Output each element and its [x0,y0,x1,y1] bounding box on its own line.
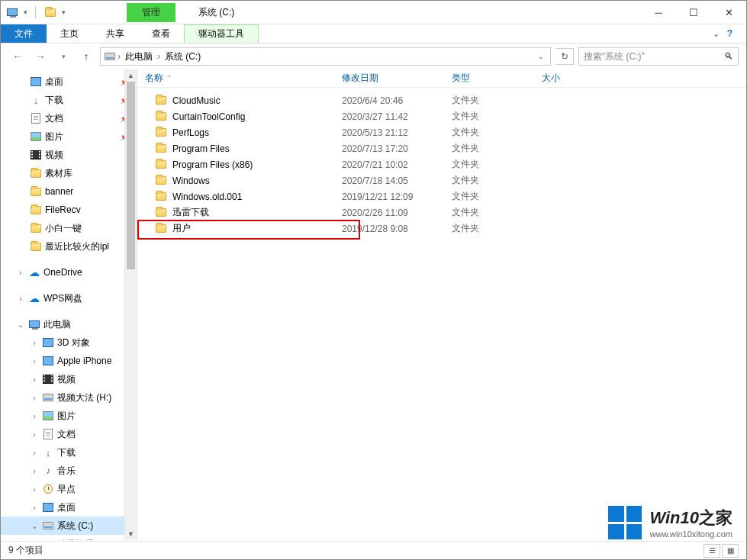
file-row[interactable]: Windows 2020/7/18 14:05 文件夹 [137,172,746,188]
expand-icon[interactable]: › [16,294,25,303]
sidebar-pc-child[interactable]: ⌄ 系统 (C:) [1,517,137,535]
icons-view-button[interactable]: ▦ [722,544,739,558]
file-date: 2020/7/13 17:20 [342,143,452,154]
search-icon[interactable]: 🔍︎ [724,51,733,62]
file-row[interactable]: CloudMusic 2020/6/4 20:46 文件夹 [137,92,746,108]
scroll-thumb[interactable] [127,82,135,269]
expand-icon[interactable]: › [30,393,39,402]
breadcrumb-location[interactable]: 系统 (C:) [162,50,204,63]
sidebar-item-label: 下载 [45,94,63,107]
sidebar-wps[interactable]: › ☁ WPS网盘 [1,289,137,307]
scroll-down-icon[interactable]: ▼ [125,528,137,540]
column-size[interactable]: 大小 [542,72,603,85]
breadcrumb-this-pc[interactable]: 此电脑 [122,50,156,63]
file-row[interactable]: Program Files (x86) 2020/7/21 10:02 文件夹 [137,156,746,172]
expand-icon[interactable]: › [30,539,39,540]
file-name: Windows.old.001 [172,191,242,202]
disk-icon-icon [42,520,54,532]
sidebar-scrollbar[interactable]: ▲ ▼ [124,69,137,540]
tab-share[interactable]: 共享 [92,24,138,43]
sidebar-pc-child[interactable]: › 图片 [1,407,137,425]
breadcrumb-sep-icon[interactable]: › [116,51,122,62]
help-icon[interactable]: ? [727,28,733,39]
sidebar-quick-item[interactable]: 图片 📌 [1,127,137,146]
column-name[interactable]: 名称 ˄ [145,72,342,85]
scroll-up-icon[interactable]: ▲ [125,69,137,82]
sidebar-pc-child[interactable]: › ♪ 音乐 [1,462,137,480]
expand-icon[interactable]: ⌄ [30,521,39,530]
sidebar-quick-item[interactable]: 桌面 📌 [1,72,137,91]
file-row[interactable]: CurtainToolConfig 2020/3/27 11:42 文件夹 [137,108,746,124]
expand-icon[interactable]: › [30,411,39,420]
tab-drive-tools[interactable]: 驱动器工具 [184,24,259,43]
address-dropdown-icon[interactable]: ⌄ [535,53,547,60]
sidebar-quick-item[interactable]: 小白一键 [1,219,137,237]
file-date: 2020/6/4 20:46 [342,95,452,106]
sidebar-pc-child[interactable]: › 文档 [1,425,137,443]
sidebar-pc-child[interactable]: › ↓ 下载 [1,443,137,462]
column-date[interactable]: 修改日期 [342,72,452,85]
sidebar-quick-item[interactable]: 最近比较火的ipl [1,237,137,256]
file-tab[interactable]: 文件 [1,24,47,43]
expand-icon[interactable]: › [30,356,39,365]
refresh-button[interactable]: ↻ [555,48,574,65]
sidebar-quick-item[interactable]: ↓ 下载 📌 [1,91,137,109]
back-button[interactable]: ← [8,47,27,66]
column-type[interactable]: 类型 [452,72,542,85]
file-row[interactable]: 迅雷下载 2020/2/26 11:09 文件夹 [137,204,746,220]
sidebar-quick-item[interactable]: 素材库 [1,164,137,182]
sidebar-item-label: Apple iPhone [57,356,111,366]
sidebar-quick-item[interactable]: banner [1,182,137,201]
file-name: 用户 [172,222,191,235]
sidebar-pc-child[interactable]: › Apple iPhone [1,352,137,370]
sidebar-pc-child[interactable]: › 3D 对象 [1,333,137,352]
file-row[interactable]: Program Files 2020/7/13 17:20 文件夹 [137,140,746,156]
sidebar-quick-item[interactable]: 视频 [1,146,137,164]
qat-overflow-icon[interactable]: ▾ [62,8,66,16]
sidebar-pc-child[interactable]: › 早点 [1,480,137,498]
file-rows: CloudMusic 2020/6/4 20:46 文件夹 CurtainToo… [137,88,746,237]
up-button[interactable]: ↑ [77,47,95,66]
sidebar-this-pc[interactable]: ⌄ 此电脑 [1,315,137,333]
forward-button[interactable]: → [31,47,50,66]
file-row[interactable]: PerfLogs 2020/5/13 21:12 文件夹 [137,124,746,140]
breadcrumb-sep-icon[interactable]: › [156,51,162,62]
details-view-button[interactable]: ☰ [704,544,720,558]
file-row[interactable]: 用户 2019/12/28 9:08 文件夹 [137,220,746,237]
status-bar: 9 个项目 ☰ ▦ [1,541,746,559]
expand-icon[interactable]: › [30,503,39,512]
folder-icon [156,192,166,201]
expand-icon[interactable]: › [30,484,39,494]
expand-icon[interactable]: › [30,375,39,384]
film-ic-icon [30,149,42,161]
search-input[interactable]: 搜索"系统 (C:)" 🔍︎ [578,47,739,66]
tab-home[interactable]: 主页 [47,24,92,43]
sidebar-quick-item[interactable]: 文档 📌 [1,109,137,127]
close-button[interactable]: ✕ [711,1,746,24]
collapse-icon[interactable]: ⌄ [16,320,25,329]
maximize-button[interactable]: ☐ [676,1,711,24]
image-ic-icon [42,410,54,422]
expand-icon[interactable]: › [30,338,39,347]
file-row[interactable]: Windows.old.001 2019/12/21 12:09 文件夹 [137,188,746,204]
properties-icon[interactable] [43,5,57,19]
sidebar-pc-child[interactable]: › 桌面 [1,498,137,517]
scroll-track[interactable] [125,82,137,528]
expand-icon[interactable]: › [30,466,39,475]
address-bar[interactable]: › 此电脑 › 系统 (C:) ⌄ [100,47,551,66]
sidebar-item-label: 文档 [57,428,76,441]
chevron-down-icon[interactable]: ⌄ [713,29,720,39]
tab-view[interactable]: 查看 [138,24,184,43]
expand-icon[interactable]: › [16,268,25,277]
expand-icon[interactable]: › [30,448,39,457]
file-name: 迅雷下载 [172,206,209,219]
sidebar-pc-child[interactable]: › 视频大法 (H:) [1,388,137,407]
sidebar-quick-item[interactable]: FileRecv [1,201,137,219]
sidebar-cutoff-item[interactable]: › 键需让秀 [1,535,137,540]
recent-dropdown-icon[interactable]: ▾ [54,47,72,66]
sidebar-onedrive[interactable]: › ☁ OneDrive [1,263,137,282]
qat-dropdown-icon[interactable]: ▾ [24,8,27,16]
expand-icon[interactable]: › [30,430,39,439]
minimize-button[interactable]: ─ [641,1,676,24]
sidebar-pc-child[interactable]: › 视频 [1,370,137,388]
